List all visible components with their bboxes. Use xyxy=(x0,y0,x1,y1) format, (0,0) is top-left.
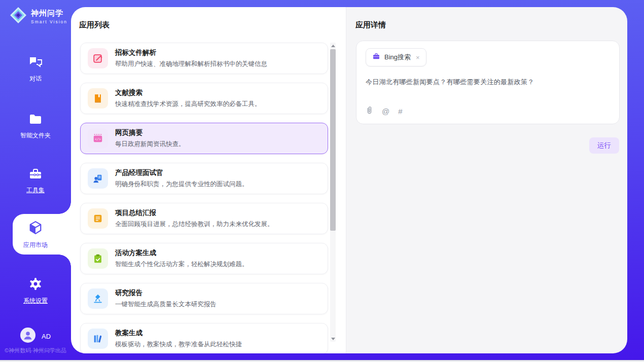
app-list-scrollbar[interactable] xyxy=(330,43,336,342)
event-plan-icon xyxy=(88,248,108,269)
project-summary-icon xyxy=(88,208,108,229)
prompt-card: Bing搜索 × 今日湖北有哪些新闻要点？有哪些需要关注的最新政策？ @ # xyxy=(356,41,620,124)
sidebar-item-label: 系统设置 xyxy=(23,297,48,305)
user-account[interactable]: AD xyxy=(0,328,71,345)
app-detail-panel: 应用详情 Bing搜索 × 今日湖北有哪些新闻要点？有哪些需要关注的最新政策？ xyxy=(346,7,627,353)
lesson-plan-icon xyxy=(88,329,108,349)
app-description: 快速精准查找学术资源，提高研究效率的必备工具。 xyxy=(115,100,261,108)
app-description: 全面回顾项目进展，总结经验教训，助力未来优化发展。 xyxy=(115,220,274,229)
brand-diamond-icon xyxy=(9,6,27,26)
window-bottom-edge xyxy=(0,360,644,362)
brand-logo: 神州问学 Smart Vision xyxy=(9,6,67,26)
app-card-project-summary[interactable]: 项目总结汇报 全面回顾项目进展，总结经验教训，助力未来优化发展。 xyxy=(80,203,328,234)
sidebar-item-label: 应用市场 xyxy=(23,241,48,249)
run-button[interactable]: 运行 xyxy=(589,137,619,154)
pm-interviewer-icon xyxy=(88,168,108,189)
bid-document-icon xyxy=(88,48,108,68)
user-avatar-icon xyxy=(20,328,35,345)
literature-search-icon xyxy=(88,88,108,108)
app-card-pm-interviewer[interactable]: 产品经理面试官 明确身份和职责，为您提供专业性的面试问题。 xyxy=(80,163,328,194)
app-card-literature-search[interactable]: 文献搜索 快速精准查找学术资源，提高研究效率的必备工具。 xyxy=(80,83,328,114)
app-description: 模板驱动，教案快成，教学准备从此轻松快捷 xyxy=(115,340,242,349)
web-summary-icon: </> xyxy=(88,128,108,149)
sidebar: 神州问学 Smart Vision 对话 智能文件夹 xyxy=(0,0,71,360)
tool-tag-label: Bing搜索 xyxy=(384,53,411,62)
composer-toolbar: @ # xyxy=(366,105,403,117)
tool-tag-bing-search[interactable]: Bing搜索 × xyxy=(366,48,426,66)
tag-close-icon[interactable]: × xyxy=(416,54,420,61)
app-name: 教案生成 xyxy=(115,329,242,338)
cube-icon xyxy=(28,220,43,237)
app-name: 网页摘要 xyxy=(115,128,185,137)
chat-icon xyxy=(28,56,43,71)
research-report-icon xyxy=(88,288,108,309)
sidebar-item-label: 智能文件夹 xyxy=(20,131,51,140)
app-description: 智能生成个性化活动方案，轻松解决规划难题。 xyxy=(115,260,248,269)
sidebar-item-label: 对话 xyxy=(29,75,42,83)
copyright-text: ©神州数码·神州问学出品 xyxy=(0,347,71,354)
app-card-lesson-plan[interactable]: 教案生成 模板驱动，教案快成，教学准备从此轻松快捷 xyxy=(80,323,328,353)
app-card-list: 招标文件解析 帮助用户快速、准确地理解和解析招标书中的关键信息 文献搜索 xyxy=(80,43,328,353)
app-card-web-summary[interactable]: </> 网页摘要 每日政府新闻资讯快查。 xyxy=(80,123,328,154)
app-name: 活动方案生成 xyxy=(115,248,248,258)
sidebar-item-smart-folder[interactable]: 智能文件夹 xyxy=(0,113,71,140)
query-text[interactable]: 今日湖北有哪些新闻要点？有哪些需要关注的最新政策？ xyxy=(366,78,610,87)
scrollbar-thumb[interactable] xyxy=(330,49,336,231)
topic-icon[interactable]: # xyxy=(398,107,402,116)
sidebar-item-app-market[interactable]: 应用市场 xyxy=(0,220,71,249)
app-name: 产品经理面试官 xyxy=(115,168,248,177)
paperclip-icon[interactable] xyxy=(366,105,373,117)
app-card-research-report[interactable]: 研究报告 一键智能生成高质量长文本研究报告 xyxy=(80,283,328,314)
scrollbar-up-button[interactable] xyxy=(330,43,336,49)
main-content: 应用列表 招标文件解析 帮助用户快速、准确地理解和解析招标书中的关键信息 xyxy=(71,7,627,353)
app-list-title: 应用列表 xyxy=(79,20,110,30)
sidebar-item-label: 工具集 xyxy=(26,186,45,195)
brand-name: 神州问学 xyxy=(31,9,67,18)
app-name: 研究报告 xyxy=(115,288,217,298)
app-name: 文献搜索 xyxy=(115,88,261,97)
app-list-panel: 应用列表 招标文件解析 帮助用户快速、准确地理解和解析招标书中的关键信息 xyxy=(71,7,346,353)
mention-icon[interactable]: @ xyxy=(382,107,389,116)
scrollbar-down-button[interactable] xyxy=(330,336,336,342)
briefcase-icon xyxy=(372,52,380,62)
app-name: 招标文件解析 xyxy=(115,48,267,57)
sidebar-item-chat[interactable]: 对话 xyxy=(0,56,71,83)
app-card-event-plan[interactable]: 活动方案生成 智能生成个性化活动方案，轻松解决规划难题。 xyxy=(80,243,328,274)
app-detail-title: 应用详情 xyxy=(355,20,386,30)
triangle-down-icon xyxy=(331,338,335,340)
app-description: 帮助用户快速、准确地理解和解析招标书中的关键信息 xyxy=(115,60,267,68)
app-description: 一键智能生成高质量长文本研究报告 xyxy=(115,300,217,309)
triangle-up-icon xyxy=(331,45,335,47)
app-window: 神州问学 Smart Vision 对话 智能文件夹 xyxy=(0,0,644,360)
app-description: 明确身份和职责，为您提供专业性的面试问题。 xyxy=(115,180,248,189)
app-name: 项目总结汇报 xyxy=(115,208,274,218)
app-card-bid-parse[interactable]: 招标文件解析 帮助用户快速、准确地理解和解析招标书中的关键信息 xyxy=(80,43,328,74)
brand-subtitle: Smart Vision xyxy=(31,19,67,24)
sidebar-item-settings[interactable]: 系统设置 xyxy=(0,277,71,305)
user-name: AD xyxy=(42,333,51,340)
sidebar-item-toolset[interactable]: 工具集 xyxy=(0,167,71,195)
svg-text:</>: </> xyxy=(95,138,101,141)
app-description: 每日政府新闻资讯快查。 xyxy=(115,140,185,149)
toolbox-icon xyxy=(28,167,43,183)
gear-icon xyxy=(28,277,43,293)
folder-icon xyxy=(28,113,43,128)
